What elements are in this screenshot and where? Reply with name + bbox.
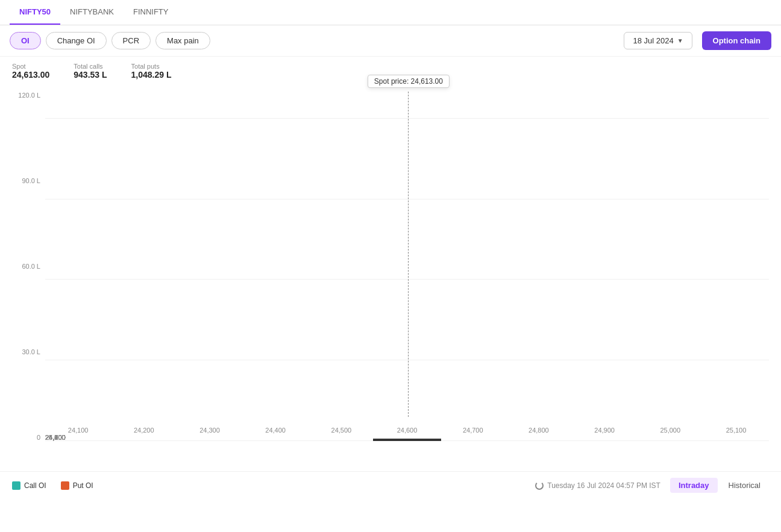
historical-tab[interactable]: Historical [720, 478, 769, 493]
x-label-strike: 24,600 [374, 424, 440, 441]
y-label-120: 120.0 L [12, 92, 45, 99]
y-axis: 0 30.0 L 60.0 L 90.0 L 120.0 L [12, 92, 45, 441]
x-label-strike: 24,500 [309, 424, 374, 441]
legend-put: Put OI [61, 481, 93, 490]
date-selector[interactable]: 18 Jul 2024 ▼ [624, 32, 692, 49]
put-label: Put OI [73, 481, 93, 490]
max-pain-button[interactable]: Max pain [155, 32, 210, 49]
stats-row: Spot 24,613.00 Total calls 943.53 L Tota… [0, 57, 781, 82]
y-label-30: 30.0 L [12, 348, 45, 355]
total-puts-stat: Total puts 1,048.29 L [131, 63, 172, 80]
pcr-button[interactable]: PCR [111, 32, 151, 49]
legend-call: Call OI [12, 481, 46, 490]
tab-finnifty[interactable]: FINNIFTY [124, 0, 178, 25]
toolbar: OI Change OI PCR Max pain 18 Jul 2024 ▼ … [0, 25, 781, 57]
footer-time: Tuesday 16 Jul 2024 04:57 PM IST [535, 481, 660, 490]
chart-inner: 0 30.0 L 60.0 L 90.0 L 120.0 L 24,10024,… [12, 92, 769, 465]
tab-niftybank[interactable]: NIFTYBANK [60, 0, 124, 25]
toolbar-left: OI Change OI PCR Max pain [10, 32, 619, 49]
x-label-strike: 24,400 [243, 424, 309, 441]
x-label-strike: 24,700 [440, 424, 506, 441]
date-value: 18 Jul 2024 [633, 36, 673, 45]
total-puts-value: 1,048.29 L [131, 70, 172, 80]
chevron-down-icon: ▼ [677, 37, 683, 44]
y-label-90: 90.0 L [12, 177, 45, 184]
legend: Call OI Put OI [12, 481, 535, 490]
refresh-icon[interactable] [535, 481, 544, 490]
x-label-strike: 24,900 [572, 424, 638, 441]
spot-value: 24,613.00 [12, 70, 49, 80]
intraday-tab[interactable]: Intraday [670, 478, 718, 493]
x-label-25100: 25,100 [45, 431, 66, 441]
call-color-dot [12, 481, 20, 490]
x-axis: 24,10024,20024,30024,40024,50024,60024,7… [45, 424, 769, 441]
x-label-strike: 24,200 [111, 424, 177, 441]
tab-nifty50[interactable]: NIFTY50 [10, 0, 60, 25]
call-label: Call OI [24, 481, 46, 490]
x-label-strike: 25,100 [703, 424, 769, 441]
total-calls-value: 943.53 L [74, 70, 107, 80]
timestamp: Tuesday 16 Jul 2024 04:57 PM IST [547, 481, 660, 490]
oi-button[interactable]: OI [10, 32, 41, 49]
x-label-strike: 24,800 [506, 424, 571, 441]
x-label-strike: 25,000 [638, 424, 703, 441]
total-puts-label: Total puts [131, 63, 172, 70]
footer-view-tabs: Intraday Historical [670, 478, 769, 493]
y-label-60: 60.0 L [12, 263, 45, 270]
chart-area: 24,10024,20024,30024,40024,50024,60024,7… [45, 92, 769, 441]
chart-container: 0 30.0 L 60.0 L 90.0 L 120.0 L 24,10024,… [0, 82, 781, 471]
total-calls-label: Total calls [74, 63, 107, 70]
option-chain-button[interactable]: Option chain [702, 31, 771, 50]
change-oi-button[interactable]: Change OI [46, 32, 107, 49]
x-label-strike: 24,300 [177, 424, 242, 441]
top-tabs: NIFTY50 NIFTYBANK FINNIFTY [0, 0, 781, 25]
put-color-dot [61, 481, 69, 490]
spot-label: Spot [12, 63, 49, 70]
y-label-0: 0 [12, 434, 45, 441]
bars-area [45, 92, 769, 441]
bottom-bar: Call OI Put OI Tuesday 16 Jul 2024 04:57… [0, 471, 781, 499]
spot-stat: Spot 24,613.00 [12, 63, 49, 80]
total-calls-stat: Total calls 943.53 L [74, 63, 107, 80]
